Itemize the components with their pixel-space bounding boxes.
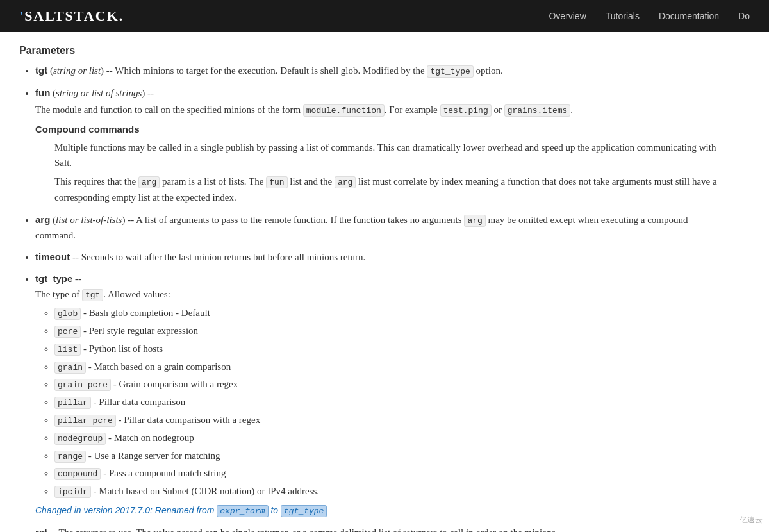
nav-tutorials[interactable]: Tutorials [606,11,640,21]
param-tgt-desc: -- Which minions to target for the execu… [106,65,427,76]
list-text: - Python list of hosts [81,344,163,354]
param-tgt: tgt (string or list) -- Which minions to… [35,63,718,79]
sublist-glob: glob - Bash glob completion - Default [54,305,718,321]
glob-text: - Bash glob completion - Default [81,308,210,318]
param-timeout: timeout -- Seconds to wait after the las… [35,249,718,265]
compound-code: compound [54,468,101,480]
range-code: range [54,451,86,463]
param-arg: arg (list or list-of-lists) -- A list of… [35,212,718,244]
main-content: Parameters tgt (string or list) -- Which… [0,32,743,532]
sublist-pillar-pcre: pillar_pcre - Pillar data comparison wit… [54,412,718,428]
sublist-ipcidr: ipcidr - Match based on Subnet (CIDR not… [54,483,718,499]
param-tgt-name: tgt [35,65,47,76]
top-nav: 'SALTSTACK. Overview Tutorials Documenta… [0,0,769,32]
arg-code1: arg [138,176,160,188]
test-ping-code: test.ping [440,104,492,117]
pillar-text: - Pillar data comparison [91,397,185,407]
sublist-range: range - Use a Range server for matching [54,448,718,464]
grain-text: - Match based on a grain comparison [86,362,231,372]
nav-logo: 'SALTSTACK. [19,8,124,24]
compound-body1: Multiple functions may be called in a si… [35,140,718,172]
param-fun: fun (string or list of strings) -- The m… [35,85,718,206]
param-tgt-code: tgt_type [427,65,473,78]
compound-title: Compound commands [35,122,718,137]
param-arg-code: arg [464,215,485,227]
param-tgt-type-name: tgt_type [35,273,72,284]
grain-code: grain [54,362,86,374]
tgt-type-sublist: glob - Bash glob completion - Default pc… [35,305,718,499]
params-list: tgt (string or list) -- Which minions to… [19,63,718,532]
pcre-code: pcre [54,326,81,338]
watermark: 亿速云 [740,515,763,526]
pillar-pcre-text: - Pillar data comparison with a regex [116,415,260,425]
parameters-title: Parameters [19,45,718,56]
module-function-code: module.function [303,104,384,117]
param-timeout-desc: -- Seconds to wait after the last minion… [72,252,365,262]
expr-form-code: expr_form [217,505,268,517]
grains-items-code: grains.items [504,104,571,117]
nodegroup-code: nodegroup [54,433,106,445]
param-tgt-type-desc: -- [75,274,81,284]
list-code: list [54,344,81,356]
param-fun-name: fun [35,87,50,98]
param-tgt-type-body: The type of tgt. Allowed values: [35,287,718,303]
nav-documentation[interactable]: Documentation [659,11,719,21]
sublist-compound: compound - Pass a compound match string [54,465,718,481]
ipcidr-code: ipcidr [54,486,91,498]
pcre-text: - Perl style regular expression [81,326,198,336]
grain-pcre-text: - Grain comparison with a regex [111,379,238,389]
param-timeout-name: timeout [35,251,70,262]
arg-code2: arg [335,176,356,188]
fun-code: fun [266,176,287,188]
sublist-grain: grain - Match based on a grain compariso… [54,359,718,375]
compound-body2: This requires that the arg param is a li… [35,174,718,206]
param-tgt-type: (string or list) [50,65,104,76]
sublist-nodegroup: nodegroup - Match on nodegroup [54,430,718,446]
param-tgt-type: tgt_type -- The type of tgt. Allowed val… [35,271,718,518]
glob-code: glob [54,308,81,320]
nodegroup-text: - Match on nodegroup [106,433,194,443]
tgt-code: tgt [82,289,103,301]
pillar-code: pillar [54,397,91,409]
sublist-grain-pcre: grain_pcre - Grain comparison with a reg… [54,376,718,392]
param-fun-type: (string or list of strings) -- [53,88,154,98]
changed-version-text: Changed in version 2017.7.0 [35,505,150,515]
compound-text: - Pass a compound match string [101,468,226,478]
param-ret-name: ret [35,527,47,532]
param-arg-name: arg [35,214,50,225]
tgt-type-code: tgt_type [281,505,327,517]
nav-overview[interactable]: Overview [549,11,586,21]
sublist-pillar: pillar - Pillar data comparison [54,394,718,410]
grain-pcre-code: grain_pcre [54,379,111,391]
nav-do[interactable]: Do [738,11,750,21]
ipcidr-text: - Match based on Subnet (CIDR notation) … [91,486,319,496]
sublist-pcre: pcre - Perl style regular expression [54,323,718,339]
changed-version: Changed in version 2017.7.0: Renamed fro… [35,503,718,519]
range-text: - Use a Range server for matching [86,451,220,461]
nav-links: Overview Tutorials Documentation Do [549,11,750,21]
sublist-list: list - Python list of hosts [54,341,718,357]
param-arg-type: (list or list-of-lists) [53,215,125,225]
param-fun-body: The module and function to call on the s… [35,102,718,118]
changed-to: to [269,505,281,515]
pillar-pcre-code: pillar_pcre [54,415,116,427]
param-ret-desc: -- The returner to use. The value passed… [50,528,556,532]
param-arg-desc: -- A list of arguments to pass to the re… [128,215,464,225]
param-tgt-desc2: option. [476,65,503,76]
changed-colon: : Renamed from [150,505,217,515]
param-ret: ret -- The returner to use. The value pa… [35,525,718,532]
